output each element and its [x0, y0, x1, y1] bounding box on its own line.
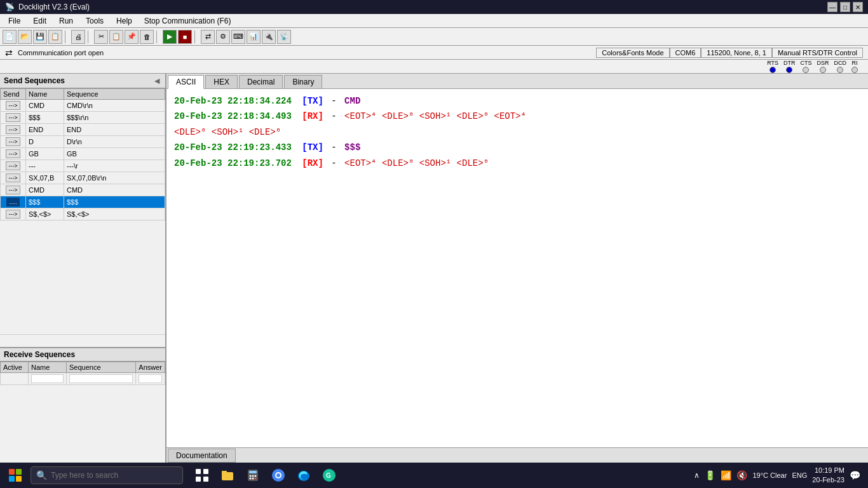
send-seq-row[interactable]: ---> CMD CMD\r\n: [1, 100, 165, 112]
stop-communication-button[interactable]: Stop Communication (F6): [139, 15, 236, 27]
send-seq-row[interactable]: ---> D D\r\n: [1, 136, 165, 148]
menu-tools[interactable]: Tools: [80, 15, 109, 27]
settings-button[interactable]: ⚙: [216, 30, 230, 44]
calculator-icon: [246, 468, 260, 482]
windows-logo: [9, 469, 22, 482]
send-seq-row[interactable]: ---> --- ---\r: [1, 160, 165, 172]
send-arrow-cell[interactable]: --->: [1, 160, 26, 172]
run-button[interactable]: ▶: [163, 30, 177, 44]
send-btn-6[interactable]: --->: [6, 173, 20, 182]
calculator-button[interactable]: [241, 464, 264, 487]
send-btn-7[interactable]: --->: [6, 186, 20, 194]
app-icon: 📡: [5, 3, 15, 11]
send-btn-3[interactable]: --->: [6, 137, 20, 146]
menu-run[interactable]: Run: [53, 15, 79, 27]
tab-binary[interactable]: Binary: [284, 75, 322, 88]
log-content-2b: <DLE>⁰ <SOH>¹ <DLE>⁰: [174, 125, 281, 139]
send-arrow-cell[interactable]: --->: [1, 100, 26, 112]
send-btn-4[interactable]: --->: [6, 149, 20, 158]
collapse-send-button[interactable]: ◄: [153, 76, 161, 86]
send-seq-row[interactable]: ---> END END: [1, 124, 165, 136]
send-arrow-cell[interactable]: --->: [1, 112, 26, 124]
search-bar[interactable]: 🔍: [31, 466, 183, 484]
menu-help[interactable]: Help: [111, 15, 138, 27]
send-seq-row[interactable]: ---> GB GB: [1, 148, 165, 160]
clear-button[interactable]: 🗑: [140, 30, 154, 44]
log-dash-3: -: [326, 140, 342, 154]
title-bar: 📡 Docklight V2.3 (Eval) — □ ✕: [0, 0, 868, 14]
language-label: ENG: [792, 471, 807, 479]
recv-name-input[interactable]: [31, 374, 64, 383]
send-btn-9[interactable]: --->: [6, 210, 20, 219]
send-sequences-body: ---> CMD CMD\r\n ---> $$$ $$$\r\n ---> E…: [1, 100, 165, 220]
send-seq-row[interactable]: ---> CMD CMD: [1, 184, 165, 196]
title-bar-left: 📡 Docklight V2.3 (Eval): [5, 3, 90, 11]
cut-button[interactable]: ✂: [94, 30, 108, 44]
toolbar: 📄 📂 💾 📋 🖨 ✂ 📋 📌 🗑 ▶ ■ ⇄ ⚙ ⌨ 📊 🔌 📡: [0, 28, 868, 46]
send-arrow-cell[interactable]: --->: [1, 124, 26, 136]
toolbar-separator-2: [88, 30, 92, 43]
send-seq-row[interactable]: ..... $$$ $$$: [1, 196, 165, 208]
send-btn-2[interactable]: --->: [6, 125, 20, 134]
extra-button3[interactable]: 📡: [277, 30, 291, 44]
recv-seq-input[interactable]: [69, 374, 133, 383]
grammarly-button[interactable]: G: [318, 464, 341, 487]
tab-ascii[interactable]: ASCII: [168, 75, 204, 89]
send-arrow-cell[interactable]: --->: [1, 208, 26, 220]
close-button[interactable]: ✕: [853, 2, 863, 12]
send-btn-0[interactable]: --->: [6, 101, 20, 110]
send-seq-row[interactable]: ---> $$$ $$$\r\n: [1, 112, 165, 124]
svg-text:G: G: [326, 472, 331, 479]
recv-answer-cell[interactable]: [136, 373, 165, 385]
chrome-button[interactable]: [267, 464, 290, 487]
log-sep-3: [294, 140, 299, 154]
log-line-3: 20-Feb-23 22:19:23.433 [TX] - $$$: [174, 140, 860, 154]
send-btn-8[interactable]: .....: [6, 198, 20, 207]
channel1-button[interactable]: ⇄: [201, 30, 215, 44]
send-btn-1[interactable]: --->: [6, 113, 20, 122]
menu-edit[interactable]: Edit: [27, 15, 52, 27]
copy-button[interactable]: 📋: [109, 30, 123, 44]
print-button[interactable]: 🖨: [71, 30, 85, 44]
recv-answer-input[interactable]: [139, 374, 162, 383]
recv-seq-cell[interactable]: [67, 373, 136, 385]
volume-icon: 🔇: [736, 470, 747, 480]
send-btn-5[interactable]: --->: [6, 161, 20, 170]
edge-button[interactable]: [292, 464, 315, 487]
tab-hex[interactable]: HEX: [205, 75, 238, 88]
keyboard-button[interactable]: ⌨: [231, 30, 245, 44]
send-arrow-cell[interactable]: --->: [1, 148, 26, 160]
send-arrow-cell[interactable]: .....: [1, 196, 26, 208]
stop-button[interactable]: ■: [178, 30, 192, 44]
recv-name-cell[interactable]: [29, 373, 67, 385]
svg-point-12: [252, 478, 254, 480]
file-explorer-button[interactable]: [216, 464, 239, 487]
send-arrow-cell[interactable]: --->: [1, 136, 26, 148]
send-name-cell: SX,07,B: [26, 172, 64, 184]
tab-decimal[interactable]: Decimal: [239, 75, 283, 88]
save-button[interactable]: 💾: [33, 30, 47, 44]
send-arrow-cell[interactable]: --->: [1, 172, 26, 184]
send-seq-row[interactable]: ---> SX,07,B SX,07,0B\r\n: [1, 172, 165, 184]
send-arrow-cell[interactable]: --->: [1, 184, 26, 196]
file-explorer-icon: [220, 468, 234, 482]
task-view-button[interactable]: [191, 464, 214, 487]
send-seq-row[interactable]: ---> S$,<$> S$,<$>: [1, 208, 165, 220]
paste-button[interactable]: 📌: [125, 30, 139, 44]
notification-icon[interactable]: 💬: [850, 470, 860, 480]
menu-file[interactable]: File: [3, 15, 26, 27]
save-as-button[interactable]: 📋: [48, 30, 62, 44]
open-button[interactable]: 📂: [18, 30, 32, 44]
extra-button2[interactable]: 🔌: [262, 30, 276, 44]
maximize-button[interactable]: □: [840, 2, 850, 12]
search-input[interactable]: [51, 471, 165, 480]
start-button[interactable]: [3, 463, 28, 488]
extra-button1[interactable]: 📊: [247, 30, 261, 44]
minimize-button[interactable]: —: [827, 2, 837, 12]
win-logo-yellow: [16, 476, 22, 482]
chevron-up-icon[interactable]: ∧: [694, 471, 700, 480]
doc-tab[interactable]: Documentation: [168, 449, 236, 463]
status-right: Colors&Fonts Mode COM6 115200, None, 8, …: [596, 48, 863, 58]
title-bar-controls: — □ ✕: [827, 2, 863, 12]
new-button[interactable]: 📄: [3, 30, 17, 44]
